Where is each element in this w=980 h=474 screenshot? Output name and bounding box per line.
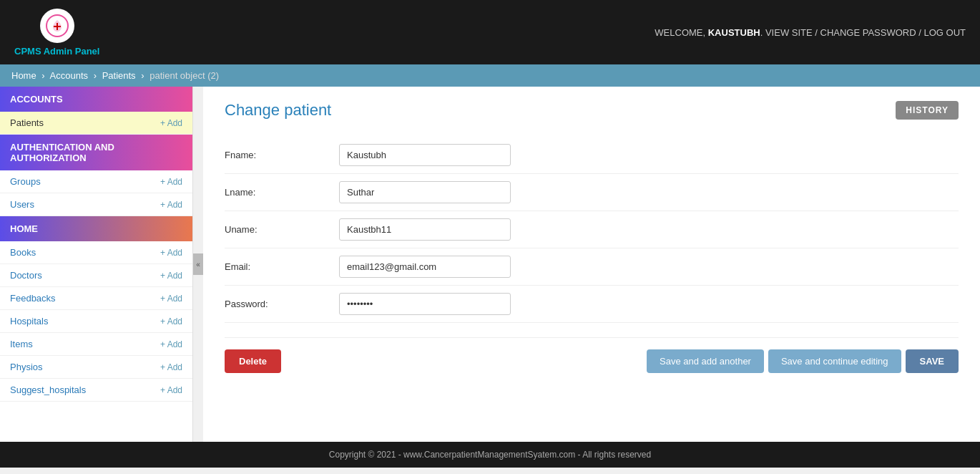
change-patient-form: Fname: Lname: Uname: bbox=[225, 137, 959, 323]
breadcrumb-home[interactable]: Home bbox=[11, 70, 36, 81]
form-row-lname: Lname: bbox=[225, 174, 959, 211]
breadcrumb-bar: Home › Accounts › Patients › patient obj… bbox=[0, 64, 980, 87]
physios-label: Physios bbox=[10, 362, 43, 372]
groups-label: Groups bbox=[10, 176, 41, 187]
fname-input[interactable] bbox=[339, 144, 511, 166]
hospitals-label: Hospitals bbox=[10, 316, 48, 327]
sidebar-item-patients[interactable]: Patients + Add bbox=[0, 112, 192, 135]
uname-input-cell bbox=[339, 211, 959, 248]
physios-add-link[interactable]: + Add bbox=[160, 362, 182, 372]
home-section-header: HOME bbox=[0, 216, 192, 241]
sidebar-item-users[interactable]: Users + Add bbox=[0, 193, 192, 216]
sidebar-item-groups[interactable]: Groups + Add bbox=[0, 170, 192, 193]
auth-section-header: AUTHENTICATION AND AUTHORIZATION bbox=[0, 135, 192, 170]
footer: Copyright © 2021 - www.CancerpatientMana… bbox=[0, 442, 980, 468]
actions-bar: Delete Save and add another Save and con… bbox=[225, 337, 959, 373]
hospitals-add-link[interactable]: + Add bbox=[160, 316, 182, 327]
username-display: KAUSTUBH bbox=[708, 27, 760, 38]
sidebar-item-suggest-hospitals[interactable]: Suggest_hospitals + Add bbox=[0, 379, 192, 402]
view-site-link[interactable]: VIEW SITE bbox=[765, 27, 813, 38]
lname-input-cell bbox=[339, 174, 959, 211]
password-input-cell bbox=[339, 286, 959, 323]
footer-text: Copyright © 2021 - www.CancerpatientMana… bbox=[329, 450, 651, 460]
content-header: Change patient HISTORY bbox=[225, 101, 959, 120]
books-add-link[interactable]: + Add bbox=[160, 248, 182, 258]
groups-add-link[interactable]: + Add bbox=[160, 177, 182, 187]
fname-input-cell bbox=[339, 137, 959, 174]
form-row-email: Email: bbox=[225, 248, 959, 286]
action-right-buttons: Save and add another Save and continue e… bbox=[647, 349, 959, 373]
sidebar-item-doctors[interactable]: Doctors + Add bbox=[0, 264, 192, 287]
books-label: Books bbox=[10, 247, 36, 258]
uname-label: Uname: bbox=[225, 211, 339, 248]
user-nav: WELCOME, KAUSTUBH. VIEW SITE / CHANGE PA… bbox=[655, 27, 966, 38]
accounts-section-header: ACCOUNTS bbox=[0, 87, 192, 112]
users-add-link[interactable]: + Add bbox=[160, 200, 182, 210]
email-label: Email: bbox=[225, 248, 339, 286]
welcome-text: WELCOME, bbox=[655, 27, 707, 38]
change-password-link[interactable]: CHANGE PASSWORD bbox=[820, 27, 916, 38]
lname-input[interactable] bbox=[339, 181, 511, 203]
brand-area: CPMS Admin Panel bbox=[14, 9, 99, 57]
brand-title: CPMS Admin Panel bbox=[14, 46, 99, 57]
sidebar-item-physios[interactable]: Physios + Add bbox=[0, 356, 192, 379]
sidebar-item-feedbacks[interactable]: Feedbacks + Add bbox=[0, 287, 192, 310]
patients-add-link[interactable]: + Add bbox=[160, 118, 182, 128]
items-add-link[interactable]: + Add bbox=[160, 339, 182, 349]
save-and-continue-button[interactable]: Save and continue editing bbox=[768, 349, 901, 373]
password-label: Password: bbox=[225, 286, 339, 323]
items-label: Items bbox=[10, 339, 33, 349]
doctors-add-link[interactable]: + Add bbox=[160, 271, 182, 281]
suggest-hospitals-add-link[interactable]: + Add bbox=[160, 385, 182, 395]
breadcrumb-patients[interactable]: Patients bbox=[102, 70, 136, 81]
brand-logo bbox=[40, 9, 74, 43]
feedbacks-add-link[interactable]: + Add bbox=[160, 294, 182, 304]
breadcrumb-current: patient object (2) bbox=[150, 70, 219, 81]
sidebar-item-items[interactable]: Items + Add bbox=[0, 333, 192, 356]
delete-button[interactable]: Delete bbox=[225, 349, 281, 373]
sidebar: ACCOUNTS Patients + Add AUTHENTICATION A… bbox=[0, 87, 193, 442]
patients-label: Patients bbox=[10, 117, 44, 128]
content-area: Change patient HISTORY Fname: Lname: bbox=[203, 87, 980, 442]
history-button[interactable]: HISTORY bbox=[896, 101, 959, 120]
sep1: / bbox=[815, 27, 820, 38]
save-button[interactable]: SAVE bbox=[906, 349, 959, 373]
users-label: Users bbox=[10, 199, 34, 210]
doctors-label: Doctors bbox=[10, 270, 42, 281]
password-input[interactable] bbox=[339, 293, 511, 315]
form-row-uname: Uname: bbox=[225, 211, 959, 248]
sidebar-collapse-button[interactable]: « bbox=[193, 253, 203, 275]
feedbacks-label: Feedbacks bbox=[10, 293, 56, 304]
form-row-fname: Fname: bbox=[225, 137, 959, 174]
main-layout: ACCOUNTS Patients + Add AUTHENTICATION A… bbox=[0, 87, 980, 442]
breadcrumb-accounts[interactable]: Accounts bbox=[50, 70, 88, 81]
sidebar-item-hospitals[interactable]: Hospitals + Add bbox=[0, 310, 192, 333]
page-title: Change patient bbox=[225, 101, 331, 120]
save-and-add-button[interactable]: Save and add another bbox=[647, 349, 764, 373]
sidebar-item-books[interactable]: Books + Add bbox=[0, 241, 192, 264]
fname-label: Fname: bbox=[225, 137, 339, 174]
suggest-hospitals-label: Suggest_hospitals bbox=[10, 384, 86, 395]
logout-link[interactable]: LOG OUT bbox=[923, 27, 966, 38]
form-row-password: Password: bbox=[225, 286, 959, 323]
top-navbar: CPMS Admin Panel WELCOME, KAUSTUBH. VIEW… bbox=[0, 0, 980, 64]
email-input[interactable] bbox=[339, 256, 511, 278]
uname-input[interactable] bbox=[339, 218, 511, 241]
lname-label: Lname: bbox=[225, 174, 339, 211]
email-input-cell bbox=[339, 248, 959, 286]
